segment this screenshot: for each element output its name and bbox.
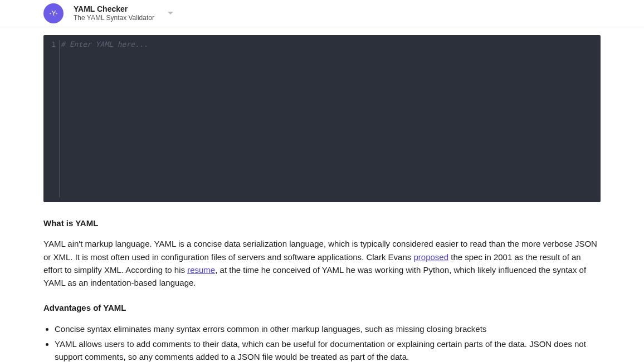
link-proposed[interactable]: proposed [413, 252, 448, 262]
title-block: YAML Checker The YAML Syntax Validator [74, 4, 154, 23]
app-title: YAML Checker [74, 4, 154, 14]
yaml-editor[interactable]: 1 # Enter YAML here... [43, 35, 601, 202]
header: -Y- YAML Checker The YAML Syntax Validat… [0, 0, 644, 27]
paragraph-what-is-yaml: YAML ain't markup language. YAML is a co… [43, 237, 601, 289]
app-subtitle: The YAML Syntax Validator [74, 14, 154, 23]
list-item: YAML allows users to add comments to the… [55, 337, 601, 362]
editor-content[interactable]: # Enter YAML here... [59, 40, 601, 197]
line-number: 1 [43, 40, 56, 48]
list-item: Concise syntax eliminates many syntax er… [55, 322, 601, 335]
logo-text: -Y- [50, 9, 58, 17]
main-content: 1 # Enter YAML here... What is YAML YAML… [0, 27, 644, 362]
editor-gutter: 1 [43, 40, 59, 197]
info-section: What is YAML YAML ain't markup language.… [43, 217, 601, 362]
advantages-list: Concise syntax eliminates many syntax er… [43, 322, 601, 363]
heading-advantages: Advantages of YAML [43, 301, 601, 314]
heading-what-is-yaml: What is YAML [43, 217, 601, 229]
link-resume[interactable]: resume [187, 265, 215, 275]
editor-placeholder: # Enter YAML here... [61, 40, 148, 48]
app-logo: -Y- [43, 3, 64, 23]
chevron-down-icon[interactable] [168, 12, 173, 15]
